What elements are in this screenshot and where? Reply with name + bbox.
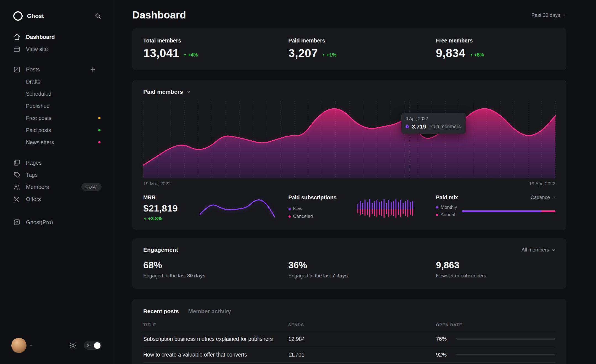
gear-icon (69, 342, 77, 349)
new-post-button[interactable] (89, 66, 102, 73)
post-sends: 12,984 (288, 336, 436, 342)
sidebar-item-offers[interactable]: Offers (13, 193, 102, 205)
chevron-down-icon (186, 90, 190, 94)
posts-group: Posts Drafts Scheduled Published Free po… (13, 63, 102, 148)
stat-value: 13,041 (143, 47, 179, 60)
mrr-label: MRR (143, 194, 178, 201)
stat-value: 3,207 (288, 47, 318, 60)
chart-tooltip: 9 Apr, 2022 3,719 Paid members (401, 113, 465, 134)
sidebar-item-pages[interactable]: Pages (13, 157, 102, 169)
main-content: Dashboard Past 30 days Total members 13,… (113, 0, 596, 364)
chart-title: Paid members (143, 89, 183, 95)
chevron-down-icon (552, 196, 555, 199)
sidebar-item-tags[interactable]: Tags (13, 169, 102, 181)
stat-label: Paid members (288, 38, 436, 44)
sidebar-item-free-posts[interactable]: Free posts (13, 112, 102, 124)
mrr-value: $21,819 (143, 203, 178, 214)
newsletters-dot (98, 141, 100, 143)
sidebar-item-scheduled[interactable]: Scheduled (13, 88, 102, 100)
chart-x-axis: 19 Mar, 2022 19 Apr, 2022 (143, 181, 555, 187)
paid-members-chart-card: Paid members 9 Apr, 2022 3,719 Pai (132, 80, 566, 230)
open-rate-bar (456, 354, 555, 355)
ghost-logo-icon[interactable] (13, 11, 23, 21)
legend-dot (436, 206, 438, 208)
paid-subscriptions-section: Paid subscriptions New Canceled (288, 194, 436, 222)
tab-recent-posts[interactable]: Recent posts (143, 308, 179, 315)
mrr-sparkline (200, 197, 275, 219)
posts-tabs: Recent posts Member activity (143, 308, 555, 315)
chevron-down-icon (29, 343, 33, 347)
pro-box-icon (13, 219, 20, 226)
date-range-selector[interactable]: Past 30 days (531, 12, 566, 18)
stat-total-members: Total members 13,041 +4% (143, 38, 288, 60)
x-axis-end: 19 Apr, 2022 (529, 181, 555, 187)
sidebar-item-label: Offers (26, 196, 41, 202)
post-open-rate: 76% (436, 336, 555, 342)
brand-row: Ghost (13, 10, 102, 22)
paid-mix-annual-segment (541, 210, 555, 212)
date-range-label: Past 30 days (531, 12, 560, 18)
page-header: Dashboard Past 30 days (132, 9, 566, 21)
post-sends: 11,701 (288, 352, 436, 358)
free-posts-dot (98, 117, 100, 119)
sidebar-item-members[interactable]: Members 13,041 (13, 181, 102, 193)
engagement-newsletter: 9,863 Newsletter subscribers (436, 260, 555, 279)
sidebar-item-paid-posts[interactable]: Paid posts (13, 124, 102, 136)
post-title: How to create a valuable offer that conv… (143, 352, 288, 358)
sidebar-item-label: Drafts (26, 79, 40, 85)
tab-member-activity[interactable]: Member activity (188, 308, 231, 315)
members-stats-card: Total members 13,041 +4% Paid members 3,… (132, 28, 566, 70)
sidebar-item-label: Posts (26, 66, 40, 73)
sidebar-item-label: Newsletters (26, 139, 54, 146)
chevron-down-icon (562, 13, 566, 17)
home-icon (13, 33, 20, 41)
dark-mode-toggle[interactable] (84, 341, 102, 350)
stat-delta: +1% (322, 52, 337, 58)
table-header: TITLE SENDS OPEN RATE (143, 322, 555, 331)
legend-dot (436, 214, 438, 216)
chart-metric-selector[interactable]: Paid members (143, 89, 555, 95)
column-title: TITLE (143, 322, 288, 327)
search-button[interactable] (94, 12, 102, 20)
percent-icon (13, 196, 20, 203)
sidebar-item-view-site[interactable]: View site (13, 43, 102, 55)
sidebar-item-label: Pages (26, 160, 42, 166)
column-sends: SENDS (288, 322, 436, 327)
plus-icon (89, 66, 96, 73)
table-row[interactable]: Subscription business metrics explained … (143, 331, 555, 347)
sidebar-item-ghost-pro[interactable]: Ghost(Pro) (13, 216, 102, 228)
user-menu-button[interactable] (29, 343, 33, 347)
settings-button[interactable] (69, 342, 77, 349)
page-title: Dashboard (132, 9, 186, 21)
engagement-7-days: 36% Engaged in the last 7 days (288, 260, 436, 279)
cadence-selector[interactable]: Cadence (531, 195, 555, 200)
sidebar-item-drafts[interactable]: Drafts (13, 76, 102, 88)
stat-free-members: Free members 9,834 +8% (436, 38, 555, 60)
stat-paid-members: Paid members 3,207 +1% (288, 38, 436, 60)
legend-annual: Annual (436, 212, 457, 218)
brand-name: Ghost (27, 13, 44, 19)
stat-label: Total members (143, 38, 288, 44)
stat-delta: +4% (183, 52, 198, 58)
table-row[interactable]: How to create a valuable offer that conv… (143, 347, 555, 363)
stat-value: 9,834 (436, 47, 465, 60)
content-group: Pages Tags Members 13,041 Offers (13, 157, 102, 205)
sidebar-item-label: Tags (26, 172, 38, 178)
avatar[interactable] (11, 338, 27, 353)
sidebar-item-published[interactable]: Published (13, 100, 102, 112)
sidebar-item-newsletters[interactable]: Newsletters (13, 136, 102, 148)
recent-posts-card: Recent posts Member activity TITLE SENDS… (132, 299, 566, 364)
stat-delta: +8% (469, 52, 484, 58)
engagement-filter[interactable]: All members (521, 247, 555, 253)
area-chart-svg (143, 101, 555, 178)
subscriptions-bar-chart (357, 197, 414, 221)
up-arrow-icon (322, 53, 326, 57)
sidebar-item-posts[interactable]: Posts (13, 63, 102, 76)
sidebar: Ghost Dashboard View site Posts Drafts (0, 0, 113, 364)
moon-icon (86, 343, 91, 348)
legend-dot (288, 208, 291, 210)
post-title: Subscription business metrics explained … (143, 336, 288, 342)
toggle-knob (94, 342, 100, 349)
tooltip-value: 3,719 (412, 123, 426, 130)
sidebar-item-dashboard[interactable]: Dashboard (13, 31, 102, 43)
